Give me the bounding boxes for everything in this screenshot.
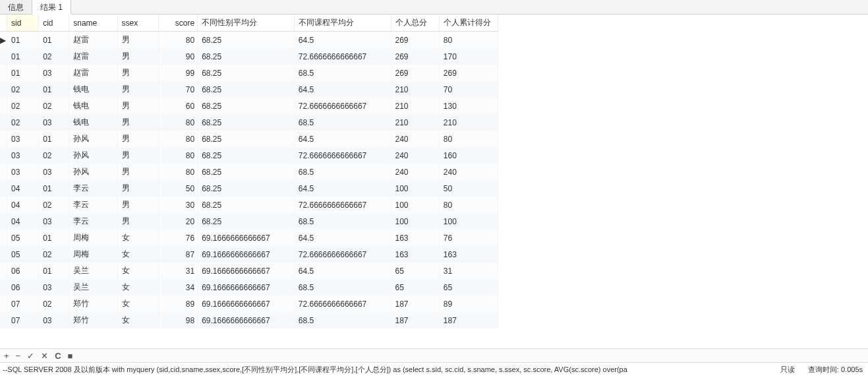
table-row[interactable]: 0603吴兰女3469.166666666666768.56565 [0,279,498,296]
col-avg-sex[interactable]: 不同性别平均分 [198,15,295,32]
cell-sum-personal[interactable]: 163 [391,230,439,246]
cell-score[interactable]: 80 [159,147,198,164]
cell-cid[interactable]: 03 [39,279,69,296]
cell-cid[interactable]: 01 [39,230,69,246]
commit-icon[interactable]: ✓ [27,351,34,361]
cell-score[interactable]: 89 [159,296,198,312]
cell-ssex[interactable]: 女 [117,230,159,246]
cell-sum-personal[interactable]: 65 [391,263,439,279]
cell-sum-personal[interactable]: 240 [391,147,439,164]
cell-score[interactable]: 34 [159,279,198,296]
cell-sname[interactable]: 孙风 [69,131,117,147]
cell-ssex[interactable]: 男 [117,32,159,49]
cell-score[interactable]: 76 [159,230,198,246]
cell-ssex[interactable]: 男 [117,98,159,114]
cell-sname[interactable]: 钱电 [69,81,117,98]
cell-cid[interactable]: 03 [39,213,69,230]
cell-cid[interactable]: 03 [39,65,69,81]
cell-score[interactable]: 98 [159,312,198,329]
cell-cid[interactable]: 02 [39,98,69,114]
cell-ssex[interactable]: 女 [117,246,159,263]
cell-sname[interactable]: 周梅 [69,246,117,263]
cell-score[interactable]: 80 [159,114,198,131]
cell-cid[interactable]: 01 [39,131,69,147]
cell-sum-personal[interactable]: 240 [391,131,439,147]
cell-avg-course[interactable]: 72.6666666666667 [294,296,391,312]
cell-ssex[interactable]: 男 [117,147,159,164]
cell-avg-course[interactable]: 72.6666666666667 [294,147,391,164]
col-cum-personal[interactable]: 个人累计得分 [439,15,498,32]
table-row[interactable]: 0302孙风男8068.2572.6666666666667240160 [0,147,498,164]
cell-sname[interactable]: 李云 [69,213,117,230]
cell-avg-sex[interactable]: 68.25 [198,65,295,81]
cell-avg-course[interactable]: 68.5 [294,279,391,296]
cell-avg-sex[interactable]: 68.25 [198,131,295,147]
cell-cum-personal[interactable]: 70 [439,81,498,98]
cell-score[interactable]: 90 [159,48,198,65]
cell-avg-course[interactable]: 64.5 [294,263,391,279]
cell-sid[interactable]: 03 [7,164,38,180]
table-row[interactable]: 0103赵雷男9968.2568.5269269 [0,65,498,81]
cell-ssex[interactable]: 男 [117,48,159,65]
col-sname[interactable]: sname [69,15,117,32]
cell-cid[interactable]: 02 [39,147,69,164]
cell-sname[interactable]: 李云 [69,197,117,213]
table-row[interactable]: 0203钱电男8068.2568.5210210 [0,114,498,131]
table-row[interactable]: 0703郑竹女9869.166666666666768.5187187 [0,312,498,329]
cell-sname[interactable]: 孙风 [69,164,117,180]
cell-sum-personal[interactable]: 65 [391,279,439,296]
cell-score[interactable]: 80 [159,164,198,180]
cell-cid[interactable]: 02 [39,296,69,312]
cell-cum-personal[interactable]: 163 [439,246,498,263]
cell-avg-course[interactable]: 64.5 [294,230,391,246]
cell-sname[interactable]: 郑竹 [69,312,117,329]
cell-score[interactable]: 87 [159,246,198,263]
cell-score[interactable]: 60 [159,98,198,114]
cell-sid[interactable]: 02 [7,81,38,98]
cell-sname[interactable]: 孙风 [69,147,117,164]
cell-avg-sex[interactable]: 69.1666666666667 [198,312,295,329]
table-row[interactable]: 0702郑竹女8969.166666666666772.666666666666… [0,296,498,312]
cell-ssex[interactable]: 男 [117,81,159,98]
cell-sname[interactable]: 周梅 [69,230,117,246]
cell-sum-personal[interactable]: 269 [391,32,439,49]
table-row[interactable]: 0201钱电男7068.2564.521070 [0,81,498,98]
cell-cum-personal[interactable]: 31 [439,263,498,279]
cell-avg-sex[interactable]: 69.1666666666667 [198,246,295,263]
cell-avg-course[interactable]: 64.5 [294,180,391,197]
cell-avg-course[interactable]: 68.5 [294,164,391,180]
delete-row-icon[interactable]: − [16,351,21,361]
cell-cum-personal[interactable]: 240 [439,164,498,180]
table-row[interactable]: 0501周梅女7669.166666666666764.516376 [0,230,498,246]
cell-cum-personal[interactable]: 160 [439,147,498,164]
cell-avg-sex[interactable]: 68.25 [198,147,295,164]
cell-sname[interactable]: 钱电 [69,114,117,131]
cell-sname[interactable]: 吴兰 [69,263,117,279]
table-row[interactable]: 0502周梅女8769.166666666666772.666666666666… [0,246,498,263]
cell-avg-sex[interactable]: 68.25 [198,180,295,197]
result-grid[interactable]: sid cid sname ssex score 不同性别平均分 不同课程平均分… [0,15,868,348]
cell-cid[interactable]: 01 [39,180,69,197]
table-row[interactable]: ▶0101赵雷男8068.2564.526980 [0,32,498,49]
cell-avg-sex[interactable]: 68.25 [198,98,295,114]
cell-avg-course[interactable]: 64.5 [294,81,391,98]
cell-avg-sex[interactable]: 69.1666666666667 [198,296,295,312]
cell-avg-sex[interactable]: 68.25 [198,81,295,98]
cell-cum-personal[interactable]: 170 [439,48,498,65]
cell-avg-sex[interactable]: 69.1666666666667 [198,279,295,296]
add-row-icon[interactable]: + [4,351,9,361]
cell-sid[interactable]: 01 [7,32,38,49]
cell-sid[interactable]: 05 [7,230,38,246]
cell-sum-personal[interactable]: 187 [391,312,439,329]
cell-cum-personal[interactable]: 80 [439,131,498,147]
cell-ssex[interactable]: 男 [117,180,159,197]
cell-sum-personal[interactable]: 269 [391,48,439,65]
table-row[interactable]: 0402李云男3068.2572.666666666666710080 [0,197,498,213]
cell-sum-personal[interactable]: 240 [391,164,439,180]
table-row[interactable]: 0303孙风男8068.2568.5240240 [0,164,498,180]
cell-cid[interactable]: 01 [39,263,69,279]
cell-ssex[interactable]: 女 [117,263,159,279]
cell-avg-sex[interactable]: 68.25 [198,197,295,213]
table-row[interactable]: 0202钱电男6068.2572.6666666666667210130 [0,98,498,114]
cell-avg-course[interactable]: 64.5 [294,32,391,49]
